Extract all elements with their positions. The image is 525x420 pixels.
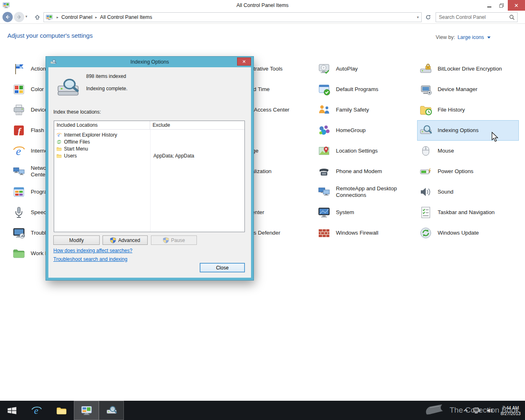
up-arrow-icon	[34, 14, 40, 20]
update-icon	[419, 226, 432, 240]
pause-button-label: Pause	[171, 237, 185, 243]
cp-item-default-programs[interactable]: Default Programs	[315, 79, 417, 100]
printer-icon	[12, 103, 25, 116]
cp-item-mouse[interactable]: Mouse	[417, 141, 519, 161]
power-icon	[419, 165, 432, 178]
remoteapp-icon	[317, 185, 331, 199]
up-button[interactable]	[33, 13, 42, 22]
cp-item-system[interactable]: System	[315, 202, 417, 223]
locations-rows: eInternet Explorer HistoryOffline FilesS…	[54, 130, 244, 159]
back-button[interactable]	[2, 12, 13, 22]
tasknav-icon	[419, 206, 432, 219]
locations-listview[interactable]: Included Locations Exclude eInternet Exp…	[54, 121, 245, 232]
cp-item-label: BitLocker Drive Encryption	[438, 66, 502, 72]
location-row-users[interactable]: UsersAppData; AppData	[54, 152, 244, 159]
cp-item-homegroup[interactable]: HomeGroup	[315, 120, 417, 141]
dialog-titlebar[interactable]: Indexing Options ✕	[48, 57, 251, 67]
address-bar[interactable]: ▸ Control Panel ▸ All Control Panel Item…	[43, 12, 422, 22]
view-by-dropdown[interactable]: Large icons	[457, 34, 484, 40]
cp-item-label: Device Manager	[438, 86, 477, 93]
location-label: Offline Files	[64, 139, 90, 145]
cp-item-power-options[interactable]: Power Options	[417, 161, 519, 182]
back-arrow-icon	[5, 14, 11, 20]
breadcrumb-all-items[interactable]: All Control Panel Items	[100, 14, 152, 20]
location-row-offline-files[interactable]: Offline Files	[54, 138, 244, 145]
dialog-title: Indexing Options	[48, 59, 251, 65]
chevron-down-icon[interactable]	[487, 37, 491, 39]
indexing-searches-help-link[interactable]: How does indexing affect searches?	[53, 248, 132, 253]
cp-item-family-safety[interactable]: Family Safety	[315, 100, 417, 120]
cp-item-autoplay[interactable]: AutoPlay	[315, 59, 417, 79]
restore-button[interactable]	[495, 0, 508, 11]
firewall-icon	[317, 226, 331, 240]
folder-icon	[56, 153, 62, 159]
taskbar-control-panel[interactable]	[74, 401, 99, 420]
column-header-exclude[interactable]: Exclude	[150, 121, 244, 129]
cp-item-label: RemoteApp and Desktop Connections	[336, 185, 399, 199]
windows-logo-icon	[7, 405, 17, 416]
cp-item-taskbar-and-navigation[interactable]: Taskbar and Navigation	[417, 202, 519, 223]
troubleshoot-indexing-link[interactable]: Troubleshoot search and indexing	[53, 256, 127, 262]
location-label: Internet Explorer History	[64, 132, 117, 138]
location-row-internet-explorer-history[interactable]: eInternet Explorer History	[54, 131, 244, 138]
system-icon	[317, 206, 331, 219]
pause-button: Pause	[151, 235, 197, 245]
devicemanager-icon	[419, 83, 432, 96]
system-tray: 7:44 AM 8/27/2013	[463, 401, 523, 420]
taskbar-file-explorer[interactable]	[49, 401, 74, 420]
cp-item-bitlocker-drive-encryption[interactable]: BitLocker Drive Encryption	[417, 59, 519, 79]
filehistory-icon	[419, 103, 432, 116]
cp-item-location-settings[interactable]: Location Settings	[315, 141, 417, 161]
listview-header: Included Locations Exclude	[54, 121, 244, 130]
search-icon[interactable]	[509, 14, 515, 22]
taskbar: e 7:44 AM 8/27/2013	[0, 401, 525, 420]
cp-item-sound[interactable]: Sound	[417, 182, 519, 202]
cp-item-windows-update[interactable]: Windows Update	[417, 223, 519, 243]
cp-item-windows-firewall[interactable]: Windows Firewall	[315, 223, 417, 243]
location-row-start-menu[interactable]: Start Menu	[54, 145, 244, 152]
cp-item-phone-and-modem[interactable]: Phone and Modem	[315, 161, 417, 182]
start-button[interactable]	[0, 401, 24, 420]
taskbar-indexing-options[interactable]	[99, 401, 124, 420]
hidden-icons-chevron[interactable]	[463, 408, 468, 413]
breadcrumb-separator: ▸	[95, 15, 97, 19]
breadcrumb-location-icon	[46, 14, 53, 21]
network-icon[interactable]	[473, 407, 481, 414]
advanced-button[interactable]: Advanced	[103, 235, 148, 245]
cp-item-indexing-options[interactable]: Indexing Options	[417, 120, 519, 141]
dialog-close-button[interactable]: ✕	[237, 57, 251, 66]
cp-item-remoteapp-and-desktop-connections[interactable]: RemoteApp and Desktop Connections	[315, 182, 417, 202]
control-panel-icon	[81, 405, 92, 416]
cp-item-device-manager[interactable]: Device Manager	[417, 79, 519, 100]
sound-icon	[419, 185, 432, 199]
taskbar-clock[interactable]: 7:44 AM 8/27/2013	[498, 405, 523, 416]
cp-item-label: Phone and Modem	[336, 168, 382, 175]
breadcrumb-control-panel[interactable]: Control Panel	[62, 14, 93, 20]
column-header-included[interactable]: Included Locations	[54, 121, 150, 129]
homegroup-icon	[317, 124, 331, 137]
page-title: Adjust your computer's settings	[7, 32, 93, 39]
defaultprograms-icon	[317, 83, 331, 96]
location-exclude: AppData; AppData	[150, 153, 194, 159]
flag-icon	[12, 62, 25, 75]
volume-icon[interactable]	[486, 407, 493, 414]
close-button[interactable]: ✕	[508, 0, 525, 11]
forward-arrow-icon	[16, 14, 22, 20]
search-input[interactable]	[436, 13, 517, 22]
navigation-bar: ▾ ▸ Control Panel ▸ All Control Panel It…	[0, 11, 525, 24]
workfolders-icon	[12, 247, 25, 260]
address-dropdown-chevron[interactable]: ▾	[417, 15, 419, 19]
close-icon: ✕	[242, 59, 246, 64]
cp-item-file-history[interactable]: File History	[417, 100, 519, 120]
minimize-button[interactable]	[483, 0, 495, 11]
recent-pages-chevron[interactable]: ▾	[25, 14, 27, 18]
modify-button[interactable]: Modify	[53, 235, 100, 245]
dialog-close-action-button[interactable]: Close	[200, 263, 245, 272]
taskbar-internet-explorer[interactable]: e	[24, 401, 49, 420]
breadcrumb-separator: ▸	[57, 15, 59, 19]
window-titlebar: All Control Panel Items ✕	[0, 0, 525, 11]
cp-item-label: Family Safety	[336, 107, 369, 113]
indexing-icon	[419, 124, 432, 137]
window-title: All Control Panel Items	[0, 2, 525, 8]
refresh-button[interactable]	[424, 13, 432, 21]
